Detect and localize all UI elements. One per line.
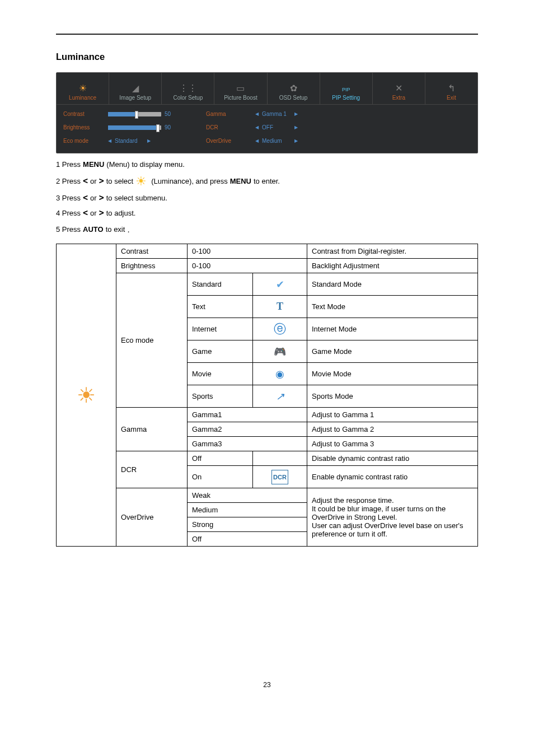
tab-label: Color Setup xyxy=(173,95,203,101)
option-name: On xyxy=(188,466,253,488)
osd-tab-luminance[interactable]: ☀ Luminance xyxy=(57,73,109,104)
osd-label-brightness: Brightness xyxy=(63,124,108,132)
osd-label-overdrive: OverDrive xyxy=(206,137,251,145)
right-icon: ▶ xyxy=(294,137,298,145)
tab-label: PIP Setting xyxy=(332,95,360,101)
left-chevron-icon: < xyxy=(83,209,88,217)
instruction-2: 2 Press < or > to select ☀ (Luminance), … xyxy=(56,175,478,188)
instruction-4: 4 Press < or > to adjust. xyxy=(56,208,478,219)
instruction-3: 3 Press < or > to select submenu. xyxy=(56,193,478,204)
left-icon: ◀ xyxy=(255,124,259,132)
left-icon: ◀ xyxy=(108,137,111,145)
option-desc: Adjust the response time. It could be bl… xyxy=(307,488,478,547)
value: 50 xyxy=(165,110,176,118)
option-desc: Adjust to Gamma 2 xyxy=(307,422,478,437)
image-icon: ◢ xyxy=(132,84,139,93)
sun-icon: ☀ xyxy=(79,84,87,93)
osd-slider-contrast[interactable]: 50 xyxy=(108,110,206,118)
param-name: Brightness xyxy=(116,259,188,273)
param-range: 0-100 xyxy=(188,244,307,259)
tab-label: Exit xyxy=(447,95,456,101)
gear-icon: ✿ xyxy=(290,84,297,93)
tab-label: Luminance xyxy=(69,95,96,101)
option-desc: Sports Mode xyxy=(307,385,478,408)
option-desc: Game Mode xyxy=(307,340,478,363)
section-title: Luminance xyxy=(56,52,478,62)
param-name: OverDrive xyxy=(116,488,188,547)
osd-tab-picture-boost[interactable]: ▭ Picture Boost xyxy=(214,73,267,104)
osd-label-dcr: DCR xyxy=(206,124,251,132)
param-name: Gamma xyxy=(116,408,188,451)
right-icon: ▶ xyxy=(294,124,298,132)
movie-mode-icon: ◉ xyxy=(273,368,287,380)
tab-label: OSD Setup xyxy=(279,95,308,101)
osd-label-eco: Eco mode xyxy=(63,137,108,145)
divider xyxy=(56,34,478,35)
option-desc: Disable dynamic contrast ratio xyxy=(307,451,478,466)
option-name: Off xyxy=(188,532,307,547)
option-desc: Movie Mode xyxy=(307,363,478,385)
param-desc: Backlight Adjustment xyxy=(307,259,478,273)
osd-select-dcr[interactable]: ◀ OFF ▶ xyxy=(255,124,471,132)
param-desc: Contrast from Digital-register. xyxy=(307,244,478,259)
osd-select-eco[interactable]: ◀ Standard ▶ xyxy=(108,137,206,145)
osd-tab-exit[interactable]: ↰ Exit xyxy=(425,73,477,104)
osd-label-gamma: Gamma xyxy=(206,110,251,118)
table-row: OverDrive Weak Adjust the response time.… xyxy=(57,488,478,503)
sports-mode-icon: ↗ xyxy=(273,390,287,403)
option-name: Strong xyxy=(188,517,307,532)
right-chevron-icon: > xyxy=(99,177,104,185)
option-desc: Standard Mode xyxy=(307,273,478,296)
osd-select-gamma[interactable]: ◀ Gamma 1 ▶ xyxy=(255,110,471,118)
table-row: Brightness 0-100 Backlight Adjustment xyxy=(57,259,478,273)
param-name: Eco mode xyxy=(116,273,188,408)
right-icon: ▶ xyxy=(147,137,151,145)
tool-icon: ✕ xyxy=(395,84,402,93)
table-row: ☀ Contrast 0-100 Contrast from Digital-r… xyxy=(57,244,478,259)
osd-slider-brightness[interactable]: 90 xyxy=(108,124,206,132)
reference-table: ☀ Contrast 0-100 Contrast from Digital-r… xyxy=(56,244,478,547)
option-name: Game xyxy=(188,340,253,363)
osd-tab-extra[interactable]: ✕ Extra xyxy=(373,73,425,104)
text-mode-icon: T xyxy=(273,301,287,313)
value: Medium xyxy=(262,137,291,145)
instruction-list: 1 Press MENU (Menu) to display menu. 2 P… xyxy=(56,159,478,236)
osd-label-contrast: Contrast xyxy=(63,110,108,118)
param-name: Contrast xyxy=(116,244,188,259)
osd-tab-image-setup[interactable]: ◢ Image Setup xyxy=(109,73,162,104)
instruction-5: 5 Press AUTO to exit. xyxy=(56,223,478,236)
table-row: Eco mode Standard ✔ Standard Mode xyxy=(57,273,478,296)
internet-mode-icon: ⓔ xyxy=(273,323,287,335)
right-chevron-icon: > xyxy=(99,194,104,202)
left-chevron-icon: < xyxy=(83,177,88,185)
osd-tabs: ☀ Luminance ◢ Image Setup ⋮⋮ Color Setup… xyxy=(57,73,477,105)
option-name: Weak xyxy=(188,488,307,503)
left-icon: ◀ xyxy=(255,137,259,145)
right-icon: ▶ xyxy=(294,110,298,118)
left-icon: ◀ xyxy=(255,110,259,118)
option-desc: Internet Mode xyxy=(307,318,478,340)
osd-tab-osd-setup[interactable]: ✿ OSD Setup xyxy=(268,73,320,104)
option-name: Gamma3 xyxy=(188,437,307,451)
page-number: 23 xyxy=(56,681,478,689)
value: Gamma 1 xyxy=(262,110,291,118)
picture-icon: ▭ xyxy=(236,84,245,93)
table-row: Gamma Gamma1 Adjust to Gamma 1 xyxy=(57,408,478,422)
exit-icon: ↰ xyxy=(448,84,455,93)
color-icon: ⋮⋮ xyxy=(179,84,197,93)
osd-tab-pip[interactable]: PIP PIP Setting xyxy=(320,73,373,104)
sun-icon: ☀ xyxy=(77,384,96,407)
option-name: Gamma1 xyxy=(188,408,307,422)
value: 90 xyxy=(165,124,176,132)
option-name: Standard xyxy=(188,273,253,296)
option-name: Internet xyxy=(188,318,253,340)
sun-icon: ☀ xyxy=(135,175,149,188)
right-chevron-icon: > xyxy=(99,209,104,217)
osd-select-overdrive[interactable]: ◀ Medium ▶ xyxy=(255,137,471,145)
game-mode-icon: 🎮 xyxy=(273,346,287,358)
osd-tab-color-setup[interactable]: ⋮⋮ Color Setup xyxy=(162,73,214,104)
option-desc: Adjust to Gamma 3 xyxy=(307,437,478,451)
param-range: 0-100 xyxy=(188,259,307,273)
value: Standard xyxy=(115,137,144,145)
option-desc: Adjust to Gamma 1 xyxy=(307,408,478,422)
